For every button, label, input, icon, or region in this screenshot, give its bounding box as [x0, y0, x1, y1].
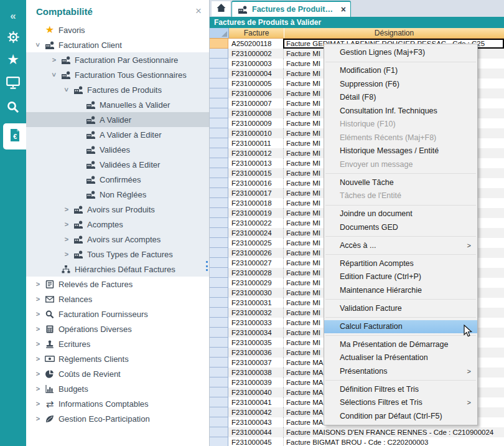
- tree-item-facturation-client[interactable]: >Facturation Client: [26, 37, 209, 52]
- chevron-right-icon[interactable]: >: [32, 370, 44, 377]
- tab-factures-de-produits[interactable]: Factures de Produits à... ×: [231, 1, 351, 17]
- workstation-button[interactable]: [0, 74, 26, 95]
- tree-item-valid-es[interactable]: Validées: [26, 142, 209, 157]
- facture-cell[interactable]: F231000002: [228, 49, 283, 59]
- tree-item-facturation-tous-gestionnaires[interactable]: >Facturation Tous Gestionnaires: [26, 67, 209, 82]
- row-selector-cell[interactable]: [210, 348, 228, 358]
- row-selector-cell[interactable]: [210, 98, 228, 108]
- chevron-right-icon[interactable]: >: [61, 235, 72, 243]
- facture-cell[interactable]: F231000017: [228, 188, 283, 198]
- menu-item-acc-s-[interactable]: Accès à ...>: [324, 239, 477, 253]
- select-all-cell[interactable]: [210, 28, 229, 38]
- splitter-grip[interactable]: [206, 261, 208, 271]
- chevron-right-icon[interactable]: >: [32, 415, 44, 422]
- menu-item-edition-facture-ctrl-p-[interactable]: Edition Facture (Ctrl+P): [324, 270, 477, 284]
- settings-button[interactable]: [0, 27, 26, 49]
- facture-cell[interactable]: F231000026: [228, 248, 283, 258]
- row-selector-cell[interactable]: [210, 228, 228, 238]
- facture-cell[interactable]: F231000009: [228, 118, 283, 128]
- facture-cell[interactable]: F231000022: [228, 218, 283, 228]
- menu-item-maintenance-hi-rarchie[interactable]: Maintenance Hiérarchie: [324, 284, 477, 298]
- menu-item-r-partition-acomptes[interactable]: Répartition Acomptes: [324, 257, 477, 271]
- tree-item-tous-types-de-factures[interactable]: >Tous Types de Factures: [26, 247, 209, 262]
- facture-cell[interactable]: F231000004: [228, 69, 283, 78]
- facture-cell[interactable]: F231000038: [228, 368, 283, 377]
- row-selector-cell[interactable]: [210, 338, 228, 348]
- tree-item-gestion-eco-participation[interactable]: >Gestion Eco-Participation: [26, 411, 209, 426]
- tree-item-budgets[interactable]: >Budgets: [26, 381, 209, 396]
- menu-item-suppression-f6-[interactable]: Suppression (F6): [324, 78, 477, 92]
- facture-cell[interactable]: F231000045: [228, 437, 283, 446]
- facture-cell[interactable]: F231000034: [228, 328, 283, 338]
- facture-cell[interactable]: F231000010: [228, 128, 283, 138]
- chevron-right-icon[interactable]: >: [61, 250, 72, 258]
- chevron-right-icon[interactable]: >: [61, 221, 72, 228]
- row-selector-cell[interactable]: [210, 168, 228, 178]
- row-selector-cell[interactable]: [210, 78, 228, 88]
- row-selector-cell[interactable]: [210, 59, 228, 69]
- facture-cell[interactable]: F231000012: [228, 148, 283, 158]
- tree-item-hi-rarchies-d-faut-factures[interactable]: Hiérarchies Défaut Factures: [26, 262, 209, 277]
- menu-item-ma-pr-sentation-de-d-marrage[interactable]: Ma Présentation de Démarrage: [324, 338, 477, 352]
- menu-item-modification-f1-[interactable]: Modification (F1): [324, 64, 477, 78]
- column-header-designation[interactable]: Désignation: [284, 28, 504, 38]
- row-selector-cell[interactable]: [210, 328, 228, 338]
- chevron-right-icon[interactable]: >: [32, 355, 44, 363]
- menu-item-validation-facture[interactable]: Validation Facture: [324, 302, 477, 316]
- facture-cell[interactable]: F231000003: [228, 59, 283, 69]
- row-selector-cell[interactable]: [210, 238, 228, 248]
- menu-item-joindre-un-document[interactable]: Joindre un document: [324, 207, 477, 221]
- tree-item-r-glements-clients[interactable]: >Règlements Clients: [26, 351, 209, 366]
- chevron-right-icon[interactable]: >: [32, 340, 44, 348]
- facture-cell[interactable]: F231000039: [228, 377, 283, 387]
- facture-cell[interactable]: F231000033: [228, 318, 283, 328]
- tree-item-confirm-es[interactable]: Confirmées: [26, 172, 209, 187]
- chevron-right-icon[interactable]: >: [32, 280, 44, 288]
- facture-cell[interactable]: F231000032: [228, 308, 283, 318]
- row-selector-cell[interactable]: [210, 208, 228, 218]
- facture-cell[interactable]: F231000005: [228, 78, 283, 88]
- row-selector-cell[interactable]: [210, 417, 228, 427]
- row-selector-cell[interactable]: [210, 69, 228, 78]
- sidebar-close-icon[interactable]: ×: [195, 5, 202, 17]
- menu-item-actualiser-la-pr-sentation[interactable]: Actualiser la Présentation: [324, 351, 477, 365]
- menu-item-d-tail-f8-[interactable]: Détail (F8): [324, 91, 477, 105]
- chevron-right-icon[interactable]: >: [32, 385, 44, 392]
- row-selector-cell[interactable]: [210, 148, 228, 158]
- tree-item-informations-comptables[interactable]: >⇄Informations Comptables: [26, 396, 209, 411]
- facture-cell[interactable]: F231000036: [228, 348, 283, 358]
- tree-item-op-rations-diverses[interactable]: >Opérations Diverses: [26, 321, 209, 336]
- menu-item-gestion-lignes-maj-f3-[interactable]: Gestion Lignes (Maj+F3): [324, 46, 477, 60]
- tree-item-favoris[interactable]: ★Favoris: [26, 22, 209, 37]
- facture-cell[interactable]: A250200118: [228, 39, 283, 49]
- row-selector-cell[interactable]: [210, 368, 228, 377]
- row-selector-cell[interactable]: [210, 318, 228, 328]
- row-selector-cell[interactable]: [210, 397, 228, 407]
- row-selector-cell[interactable]: [210, 188, 228, 198]
- row-selector-cell[interactable]: [210, 387, 228, 397]
- accounting-button[interactable]: €: [3, 123, 26, 149]
- facture-cell[interactable]: F231000031: [228, 298, 283, 308]
- facture-cell[interactable]: F231000007: [228, 98, 283, 108]
- favorites-button[interactable]: ★: [0, 49, 26, 70]
- facture-cell[interactable]: F231000042: [228, 407, 283, 417]
- tree-item-co-ts-de-revient[interactable]: >Coûts de Revient: [26, 366, 209, 381]
- facture-cell[interactable]: F231000011: [228, 138, 283, 148]
- menu-item-consultation-inf-techniques[interactable]: Consultation Inf. Techniques: [324, 105, 477, 118]
- row-selector-cell[interactable]: [210, 218, 228, 228]
- tree-item-ecritures[interactable]: >Ecritures: [26, 336, 209, 351]
- row-selector-cell[interactable]: [210, 427, 228, 437]
- collapse-sidebar-button[interactable]: «: [0, 5, 26, 26]
- table-row[interactable]: F231000045Facture BIGMAT BROU - Cde : C2…: [210, 437, 504, 446]
- facture-cell[interactable]: F231000018: [228, 198, 283, 208]
- chevron-right-icon[interactable]: >: [49, 56, 60, 64]
- facture-cell[interactable]: F231000035: [228, 338, 283, 348]
- tree-item-relances[interactable]: >Relances: [26, 292, 209, 306]
- tree-item-facturation-fournisseurs[interactable]: >Facturation Fournisseurs: [26, 306, 209, 321]
- chevron-right-icon[interactable]: >: [32, 310, 44, 318]
- facture-cell[interactable]: F231000024: [228, 228, 283, 238]
- row-selector-cell[interactable]: [210, 288, 228, 298]
- row-selector-cell[interactable]: [210, 158, 228, 168]
- row-selector-cell[interactable]: [210, 108, 228, 118]
- row-selector-cell[interactable]: [210, 178, 228, 188]
